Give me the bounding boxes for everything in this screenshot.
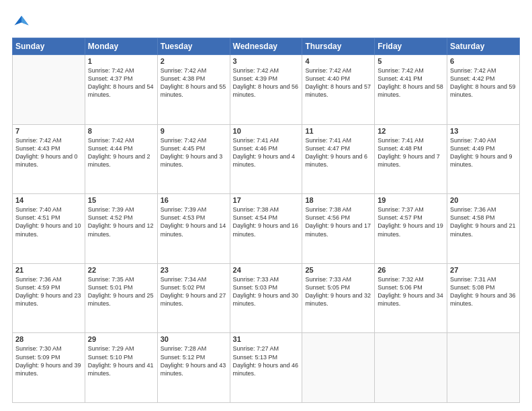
day-number: 30 <box>161 335 227 343</box>
day-number: 7 <box>15 127 82 135</box>
cell-details: Sunrise: 7:41 AM Sunset: 4:48 PM Dayligh… <box>378 136 444 169</box>
cell-details: Sunrise: 7:37 AM Sunset: 4:57 PM Dayligh… <box>378 205 444 238</box>
calendar-header: Sunday Monday Tuesday Wednesday Thursday… <box>13 38 520 55</box>
cell-details: Sunrise: 7:33 AM Sunset: 5:05 PM Dayligh… <box>305 275 371 308</box>
calendar-cell: 29Sunrise: 7:29 AM Sunset: 5:10 PM Dayli… <box>85 333 157 403</box>
cell-details: Sunrise: 7:42 AM Sunset: 4:39 PM Dayligh… <box>233 66 300 99</box>
day-number: 14 <box>15 196 82 204</box>
day-number: 10 <box>233 127 300 135</box>
day-number: 25 <box>305 266 371 274</box>
calendar-cell: 7Sunrise: 7:42 AM Sunset: 4:43 PM Daylig… <box>13 124 85 194</box>
calendar-cell <box>13 55 85 125</box>
day-number: 16 <box>161 196 227 204</box>
cell-details: Sunrise: 7:42 AM Sunset: 4:44 PM Dayligh… <box>88 136 154 169</box>
calendar-cell: 8Sunrise: 7:42 AM Sunset: 4:44 PM Daylig… <box>85 124 157 194</box>
cell-details: Sunrise: 7:42 AM Sunset: 4:43 PM Dayligh… <box>15 136 82 169</box>
day-number: 8 <box>88 127 154 135</box>
day-number: 15 <box>88 196 154 204</box>
cell-details: Sunrise: 7:30 AM Sunset: 5:09 PM Dayligh… <box>15 345 82 377</box>
cell-details: Sunrise: 7:31 AM Sunset: 5:08 PM Dayligh… <box>450 275 517 308</box>
day-number: 13 <box>450 127 517 135</box>
calendar-cell: 5Sunrise: 7:42 AM Sunset: 4:41 PM Daylig… <box>375 55 447 125</box>
col-monday: Monday <box>85 38 157 55</box>
cell-details: Sunrise: 7:32 AM Sunset: 5:06 PM Dayligh… <box>378 275 444 308</box>
col-friday: Friday <box>375 38 447 55</box>
cell-details: Sunrise: 7:27 AM Sunset: 5:13 PM Dayligh… <box>233 345 300 377</box>
calendar-cell: 3Sunrise: 7:42 AM Sunset: 4:39 PM Daylig… <box>230 55 302 125</box>
day-number: 29 <box>88 335 154 343</box>
cell-details: Sunrise: 7:38 AM Sunset: 4:56 PM Dayligh… <box>305 205 371 238</box>
calendar-cell: 21Sunrise: 7:36 AM Sunset: 4:59 PM Dayli… <box>13 263 85 333</box>
calendar-cell: 17Sunrise: 7:38 AM Sunset: 4:54 PM Dayli… <box>230 194 302 264</box>
calendar-cell: 31Sunrise: 7:27 AM Sunset: 5:13 PM Dayli… <box>230 333 302 403</box>
page: Sunday Monday Tuesday Wednesday Thursday… <box>0 0 532 411</box>
cell-details: Sunrise: 7:36 AM Sunset: 4:59 PM Dayligh… <box>15 275 82 308</box>
calendar-cell: 10Sunrise: 7:41 AM Sunset: 4:46 PM Dayli… <box>230 124 302 194</box>
cell-details: Sunrise: 7:42 AM Sunset: 4:37 PM Dayligh… <box>88 66 154 99</box>
day-number: 27 <box>450 266 517 274</box>
day-number: 20 <box>450 196 517 204</box>
calendar-header-row: Sunday Monday Tuesday Wednesday Thursday… <box>13 38 520 55</box>
calendar-cell: 13Sunrise: 7:40 AM Sunset: 4:49 PM Dayli… <box>447 124 520 194</box>
cell-details: Sunrise: 7:42 AM Sunset: 4:41 PM Dayligh… <box>378 66 444 99</box>
calendar-cell: 16Sunrise: 7:39 AM Sunset: 4:53 PM Dayli… <box>157 194 230 264</box>
calendar-cell: 22Sunrise: 7:35 AM Sunset: 5:01 PM Dayli… <box>85 263 157 333</box>
calendar-cell: 27Sunrise: 7:31 AM Sunset: 5:08 PM Dayli… <box>447 263 520 333</box>
calendar-week-3: 14Sunrise: 7:40 AM Sunset: 4:51 PM Dayli… <box>13 194 520 264</box>
calendar-cell: 4Sunrise: 7:42 AM Sunset: 4:40 PM Daylig… <box>302 55 375 125</box>
col-thursday: Thursday <box>302 38 375 55</box>
cell-details: Sunrise: 7:35 AM Sunset: 5:01 PM Dayligh… <box>88 275 154 308</box>
calendar-cell: 6Sunrise: 7:42 AM Sunset: 4:42 PM Daylig… <box>447 55 520 125</box>
calendar-cell: 28Sunrise: 7:30 AM Sunset: 5:09 PM Dayli… <box>13 333 85 403</box>
calendar-week-5: 28Sunrise: 7:30 AM Sunset: 5:09 PM Dayli… <box>13 333 520 403</box>
day-number: 17 <box>233 196 300 204</box>
calendar-cell: 19Sunrise: 7:37 AM Sunset: 4:57 PM Dayli… <box>375 194 447 264</box>
calendar-cell: 15Sunrise: 7:39 AM Sunset: 4:52 PM Dayli… <box>85 194 157 264</box>
day-number: 26 <box>378 266 444 274</box>
calendar-body: 1Sunrise: 7:42 AM Sunset: 4:37 PM Daylig… <box>13 55 520 403</box>
cell-details: Sunrise: 7:39 AM Sunset: 4:52 PM Dayligh… <box>88 205 154 238</box>
cell-details: Sunrise: 7:40 AM Sunset: 4:51 PM Dayligh… <box>15 205 82 238</box>
calendar-cell: 1Sunrise: 7:42 AM Sunset: 4:37 PM Daylig… <box>85 55 157 125</box>
day-number: 1 <box>88 57 154 65</box>
day-number: 11 <box>305 127 371 135</box>
calendar-cell: 30Sunrise: 7:28 AM Sunset: 5:12 PM Dayli… <box>157 333 230 403</box>
day-number: 19 <box>378 196 444 204</box>
col-saturday: Saturday <box>447 38 520 55</box>
cell-details: Sunrise: 7:33 AM Sunset: 5:03 PM Dayligh… <box>233 275 300 308</box>
day-number: 6 <box>450 57 517 65</box>
cell-details: Sunrise: 7:42 AM Sunset: 4:40 PM Dayligh… <box>305 66 371 99</box>
cell-details: Sunrise: 7:41 AM Sunset: 4:47 PM Dayligh… <box>305 136 371 169</box>
col-tuesday: Tuesday <box>157 38 230 55</box>
cell-details: Sunrise: 7:39 AM Sunset: 4:53 PM Dayligh… <box>161 205 227 238</box>
calendar-table: Sunday Monday Tuesday Wednesday Thursday… <box>12 38 520 403</box>
calendar-cell: 25Sunrise: 7:33 AM Sunset: 5:05 PM Dayli… <box>302 263 375 333</box>
calendar-cell: 9Sunrise: 7:42 AM Sunset: 4:45 PM Daylig… <box>157 124 230 194</box>
day-number: 12 <box>378 127 444 135</box>
calendar-cell: 14Sunrise: 7:40 AM Sunset: 4:51 PM Dayli… <box>13 194 85 264</box>
calendar-cell <box>375 333 447 403</box>
logo-bird-icon <box>12 12 31 31</box>
calendar-week-2: 7Sunrise: 7:42 AM Sunset: 4:43 PM Daylig… <box>13 124 520 194</box>
calendar-cell <box>447 333 520 403</box>
day-number: 9 <box>161 127 227 135</box>
cell-details: Sunrise: 7:38 AM Sunset: 4:54 PM Dayligh… <box>233 205 300 238</box>
col-sunday: Sunday <box>13 38 85 55</box>
cell-details: Sunrise: 7:41 AM Sunset: 4:46 PM Dayligh… <box>233 136 300 169</box>
cell-details: Sunrise: 7:42 AM Sunset: 4:42 PM Dayligh… <box>450 66 517 99</box>
day-number: 23 <box>161 266 227 274</box>
day-number: 28 <box>15 335 82 343</box>
calendar-cell: 11Sunrise: 7:41 AM Sunset: 4:47 PM Dayli… <box>302 124 375 194</box>
cell-details: Sunrise: 7:28 AM Sunset: 5:12 PM Dayligh… <box>161 345 227 377</box>
header <box>12 12 520 31</box>
calendar-cell: 20Sunrise: 7:36 AM Sunset: 4:58 PM Dayli… <box>447 194 520 264</box>
day-number: 3 <box>233 57 300 65</box>
col-wednesday: Wednesday <box>230 38 302 55</box>
day-number: 2 <box>161 57 227 65</box>
cell-details: Sunrise: 7:40 AM Sunset: 4:49 PM Dayligh… <box>450 136 517 169</box>
day-number: 24 <box>233 266 300 274</box>
day-number: 22 <box>88 266 154 274</box>
cell-details: Sunrise: 7:29 AM Sunset: 5:10 PM Dayligh… <box>88 345 154 377</box>
day-number: 18 <box>305 196 371 204</box>
cell-details: Sunrise: 7:36 AM Sunset: 4:58 PM Dayligh… <box>450 205 517 238</box>
